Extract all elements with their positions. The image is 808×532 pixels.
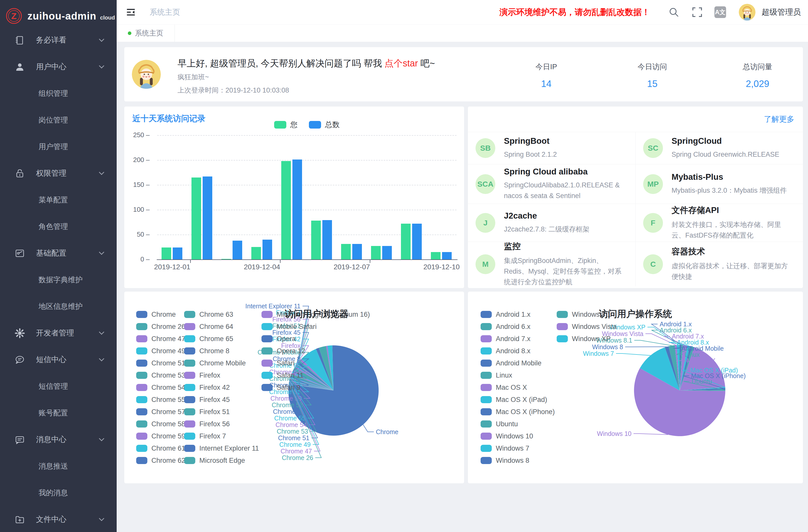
avatar[interactable]: [739, 4, 755, 20]
pie-legend-Firefox 56[interactable]: Firefox 56: [184, 418, 261, 430]
sidebar-item-消息中心[interactable]: 消息中心: [0, 426, 117, 453]
sidebar-item-账号配置[interactable]: 账号配置: [0, 400, 117, 426]
pie-legend-Mac OS X (iPhone)[interactable]: Mac OS X (iPhone): [481, 406, 557, 418]
pie-legend-Opera[interactable]: Opera: [261, 333, 370, 345]
pie-legend-Windows 10[interactable]: Windows 10: [481, 430, 557, 442]
sidebar-item-菜单配置[interactable]: 菜单配置: [0, 187, 117, 213]
pie-legend-Windows 8[interactable]: Windows 8: [481, 454, 557, 466]
app-logo[interactable]: Z zuihou-admin cloud: [0, 0, 117, 26]
sidebar-item-基础配置[interactable]: 基础配置: [0, 240, 117, 267]
feature-card-SpringBoot[interactable]: SB SpringBoot Spring Boot 2.1.2: [468, 132, 635, 164]
pie-legend-Windows XP[interactable]: Windows XP: [557, 333, 617, 345]
sidebar-item-角色管理[interactable]: 角色管理: [0, 213, 117, 240]
sidebar-item-用户中心[interactable]: 用户中心: [0, 54, 117, 80]
pie-legend-Chrome 8[interactable]: Chrome 8: [184, 345, 261, 357]
pie-legend-Chrome 54[interactable]: Chrome 54: [136, 381, 184, 393]
language-icon[interactable]: A文: [714, 6, 726, 18]
bar-2019-12-09-您[interactable]: [401, 224, 410, 259]
feature-card-监控[interactable]: M 监控 集成SpringBootAdmin、Zipkin、Redis、Mysq…: [468, 242, 635, 286]
pie-legend-Chrome 63[interactable]: Chrome 63: [184, 308, 261, 320]
bar-2019-12-05-总数[interactable]: [292, 160, 302, 259]
pie-legend-Chrome 57[interactable]: Chrome 57: [136, 406, 184, 418]
sidebar-item-务必详看[interactable]: 务必详看: [0, 27, 117, 54]
tab-home[interactable]: 系统主页: [117, 24, 175, 42]
pie-legend-Chrome 64[interactable]: Chrome 64: [184, 320, 261, 333]
current-user-name[interactable]: 超级管理员: [761, 7, 801, 18]
pie-legend-Firefox[interactable]: Firefox: [184, 369, 261, 381]
pie-legend-Mac OS X (iPad)[interactable]: Mac OS X (iPad): [481, 393, 557, 406]
bar-2019-12-04-您[interactable]: [251, 247, 261, 259]
pie-legend-Internet Explorer 11[interactable]: Internet Explorer 11: [184, 442, 261, 454]
bar-2019-12-02-总数[interactable]: [203, 177, 212, 259]
star-link[interactable]: 点个star: [384, 58, 418, 69]
bar-2019-12-03-您[interactable]: [221, 259, 231, 259]
pie-legend-Chrome 26[interactable]: Chrome 26: [136, 320, 184, 333]
bar-2019-12-10-总数[interactable]: [442, 252, 452, 259]
pie-legend-Windows Vista[interactable]: Windows Vista: [557, 320, 617, 333]
feature-card-Spring Cloud alibaba[interactable]: SCA Spring Cloud alibaba SpringCloudAlib…: [468, 164, 635, 204]
sidebar-item-短信管理[interactable]: 短信管理: [0, 373, 117, 400]
pie-legend-Windows 7[interactable]: Windows 7: [481, 442, 557, 454]
breadcrumb[interactable]: 系统主页: [150, 7, 180, 18]
pie-legend-Ubuntu[interactable]: Ubuntu: [481, 418, 557, 430]
pie-legend-Android 6.x[interactable]: Android 6.x: [481, 320, 557, 333]
pie-legend-Android 7.x[interactable]: Android 7.x: [481, 333, 557, 345]
pie-legend-Chrome[interactable]: Chrome: [136, 308, 184, 320]
pie-legend-Android 1.x[interactable]: Android 1.x: [481, 308, 557, 320]
bar-2019-12-03-总数[interactable]: [233, 241, 242, 259]
sidebar-item-我的消息[interactable]: 我的消息: [0, 479, 117, 506]
pie-legend-Windows 8.1[interactable]: Windows 8.1: [557, 308, 617, 320]
sidebar-item-数据字典维护[interactable]: 数据字典维护: [0, 267, 117, 293]
fullscreen-icon[interactable]: [691, 6, 703, 18]
pie-legend-Firefox 45[interactable]: Firefox 45: [184, 393, 261, 406]
pie-legend-Microsoft Edge (Chromium 16)[interactable]: Microsoft Edge (Chromium 16): [261, 308, 370, 320]
pie-legend-Safari 11[interactable]: Safari 11: [261, 369, 370, 381]
bar-2019-12-07-您[interactable]: [341, 244, 351, 259]
bar-2019-12-01-总数[interactable]: [173, 247, 182, 259]
pie-legend-Chrome 65[interactable]: Chrome 65: [184, 333, 261, 345]
pie-legend-Opera 12[interactable]: Opera 12: [261, 345, 370, 357]
pie-legend-Firefox 7[interactable]: Firefox 7: [184, 430, 261, 442]
pie-legend-Chrome 51[interactable]: Chrome 51: [136, 357, 184, 369]
sidebar-item-消息推送[interactable]: 消息推送: [0, 453, 117, 479]
learn-more-link[interactable]: 了解更多: [764, 114, 794, 125]
pie-legend-Chrome 47[interactable]: Chrome 47: [136, 333, 184, 345]
pie-legend-Mobile Safari[interactable]: Mobile Safari: [261, 320, 370, 333]
sidebar-item-短信中心[interactable]: 短信中心: [0, 346, 117, 373]
bar-2019-12-02-您[interactable]: [191, 178, 201, 259]
menu-collapse-icon[interactable]: [126, 7, 136, 17]
feature-card-SpringCloud[interactable]: SC SpringCloud Spring Cloud Greenwich.RE…: [635, 132, 803, 164]
bar-2019-12-04-总数[interactable]: [262, 240, 272, 259]
feature-card-Mybatis-Plus[interactable]: MP Mybatis-Plus Mybatis-plus 3.2.0：Mybat…: [635, 164, 803, 204]
pie-legend-Chrome 59[interactable]: Chrome 59: [136, 430, 184, 442]
pie-legend-Chrome 62[interactable]: Chrome 62: [136, 454, 184, 466]
bar-2019-12-06-您[interactable]: [311, 221, 321, 259]
sidebar-item-用户管理[interactable]: 用户管理: [0, 133, 117, 160]
bar-2019-12-08-您[interactable]: [371, 246, 381, 259]
bar-2019-12-01-您[interactable]: [162, 247, 171, 259]
pie-legend-Chrome Mobile[interactable]: Chrome Mobile: [184, 357, 261, 369]
bar-2019-12-09-总数[interactable]: [412, 224, 422, 259]
sidebar-item-组织管理[interactable]: 组织管理: [0, 80, 117, 107]
bar-2019-12-07-总数[interactable]: [352, 244, 362, 259]
sidebar-item-开发者管理[interactable]: 开发者管理: [0, 320, 117, 346]
pie-legend-Chrome 49[interactable]: Chrome 49: [136, 345, 184, 357]
pie-legend-Chrome 61[interactable]: Chrome 61: [136, 442, 184, 454]
search-icon[interactable]: [668, 6, 680, 18]
pie-legend-Microsoft Edge[interactable]: Microsoft Edge: [184, 454, 261, 466]
bar-2019-12-05-您[interactable]: [281, 161, 291, 259]
bar-2019-12-06-总数[interactable]: [322, 220, 332, 259]
feature-card-容器技术[interactable]: C 容器技术 虚拟化容器技术，让迁移、部署更加方便快捷: [635, 242, 803, 286]
pie-legend-Firefox 42[interactable]: Firefox 42: [184, 381, 261, 393]
feature-card-J2cache[interactable]: J J2cache J2cache2.7.8: 二级缓存框架: [468, 204, 635, 242]
sidebar-item-文件中心[interactable]: 文件中心: [0, 506, 117, 532]
pie-legend-Safari 9[interactable]: Safari 9: [261, 381, 370, 393]
feature-card-文件存储API[interactable]: F 文件存储API 封装文件接口，实现本地存储、阿里云、FastDFS存储的配置…: [635, 204, 803, 242]
pie-legend-Android Mobile[interactable]: Android Mobile: [481, 357, 557, 369]
bar-legend-您[interactable]: 您: [274, 120, 298, 130]
pie-legend-Mac OS X[interactable]: Mac OS X: [481, 381, 557, 393]
bar-2019-12-08-总数[interactable]: [382, 246, 392, 259]
sidebar-item-地区信息维护[interactable]: 地区信息维护: [0, 293, 117, 320]
bar-legend-总数[interactable]: 总数: [309, 120, 340, 130]
sidebar-item-岗位管理[interactable]: 岗位管理: [0, 107, 117, 133]
